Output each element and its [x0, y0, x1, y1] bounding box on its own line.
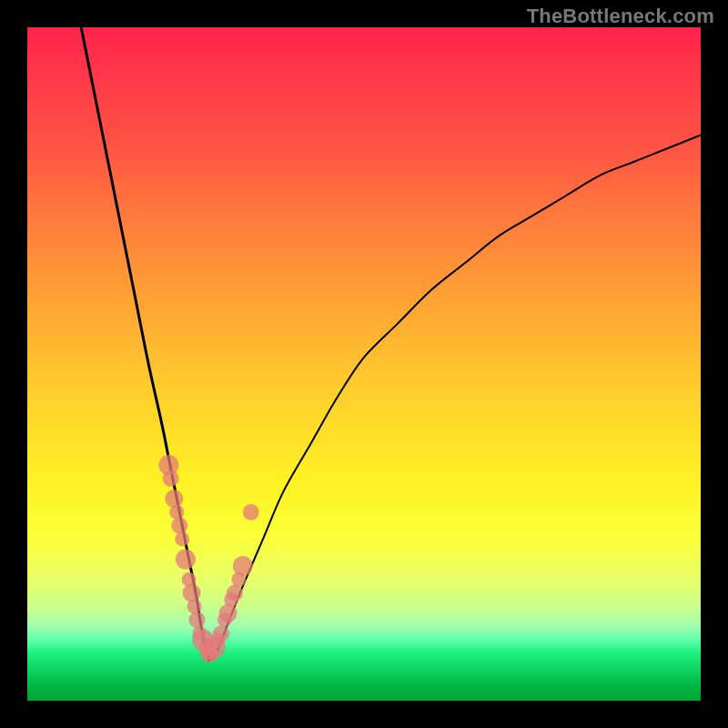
- data-point: [243, 504, 259, 521]
- data-point: [163, 470, 179, 487]
- data-point: [183, 584, 201, 602]
- data-point: [213, 625, 229, 642]
- data-point: [165, 490, 183, 508]
- curve-layer: [27, 27, 701, 701]
- data-point: [171, 518, 187, 534]
- curve-curve-right: [209, 135, 701, 660]
- data-point: [176, 550, 196, 570]
- data-point: [227, 585, 243, 602]
- data-point: [169, 505, 184, 520]
- plot-area: [27, 27, 701, 701]
- data-point: [187, 599, 202, 613]
- data-point: [175, 531, 189, 546]
- data-point: [233, 556, 253, 576]
- data-point: [188, 612, 205, 628]
- data-point: [219, 604, 238, 622]
- watermark-text: TheBottleneck.com: [527, 5, 714, 28]
- chart-frame: TheBottleneck.com: [0, 0, 728, 728]
